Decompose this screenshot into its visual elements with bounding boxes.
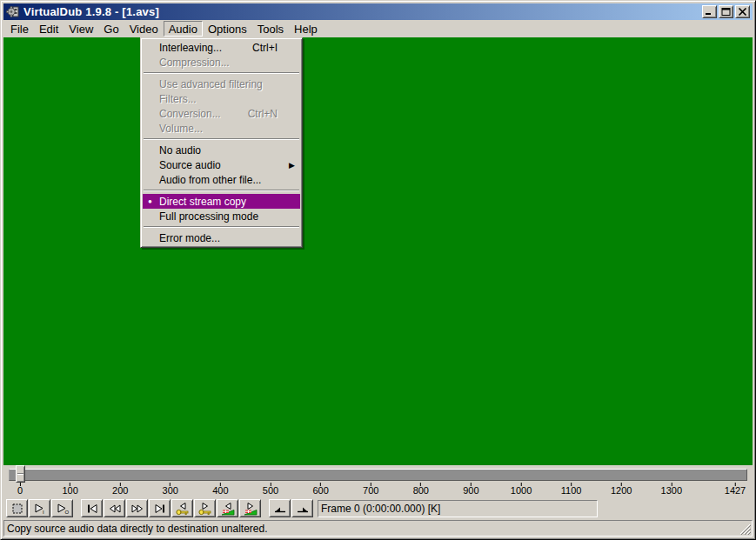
titlebar[interactable]: VirtualDub 1.9.8 - [1.avs]: [3, 3, 753, 20]
menu-item-label: No audio: [159, 144, 201, 157]
mark-in-button[interactable]: [269, 499, 291, 517]
ruler-tick: 1100: [561, 483, 582, 496]
menu-item-filters: Filters...: [143, 91, 300, 106]
menu-item-no-audio[interactable]: No audio: [143, 143, 300, 157]
close-button[interactable]: [735, 5, 750, 18]
menu-item-compression: Compression...: [143, 55, 300, 70]
menu-item-label: Interleaving...: [159, 42, 222, 54]
menu-edit[interactable]: Edit: [34, 21, 64, 37]
svg-text:I: I: [43, 510, 44, 515]
menu-item-label: Error mode...: [159, 232, 220, 244]
tick-label: 1200: [611, 486, 632, 496]
ruler-tick: 100: [62, 483, 77, 496]
frame-info-text: Frame 0 (0:00:00.000) [K]: [321, 503, 440, 515]
forward-button[interactable]: [126, 499, 148, 517]
go-to-start-button[interactable]: [81, 499, 103, 517]
tick-label: 400: [212, 486, 228, 496]
play-input-button[interactable]: I: [29, 499, 50, 517]
menu-item-volume: Volume...: [143, 121, 300, 136]
go-to-end-button[interactable]: [149, 499, 171, 517]
scene-forward-button[interactable]: [239, 499, 261, 517]
minimize-button[interactable]: [702, 5, 717, 18]
menu-item-error-mode[interactable]: Error mode...: [143, 230, 300, 245]
virtualdub-app-icon: [6, 5, 20, 18]
menu-item-label: Direct stream copy: [159, 196, 246, 208]
tick-label: 600: [312, 486, 328, 496]
stop-button[interactable]: [6, 499, 28, 517]
menu-item-full-processing-mode[interactable]: Full processing mode: [143, 209, 300, 223]
menu-item-shortcut: Ctrl+N: [248, 108, 295, 120]
menu-item-label: Use advanced filtering: [159, 78, 263, 90]
ruler-tick: 1427: [725, 483, 746, 496]
tick-label: 100: [62, 486, 77, 496]
audio-dropdown-menu: Interleaving... Ctrl+I Compression... Us…: [140, 37, 303, 248]
menu-item-label: Volume...: [159, 123, 203, 135]
radio-bullet-icon: ●: [148, 198, 152, 205]
mark-out-button[interactable]: [291, 499, 313, 517]
menu-item-audio-from-other-file[interactable]: Audio from other file...: [143, 172, 300, 187]
ruler-tick: 400: [212, 483, 228, 496]
menu-go[interactable]: Go: [98, 21, 124, 37]
next-keyframe-button[interactable]: [194, 499, 216, 517]
menu-video[interactable]: Video: [124, 21, 164, 37]
scene-reverse-button[interactable]: [217, 499, 238, 517]
tick-label: 1300: [661, 486, 682, 496]
tick-label: 900: [463, 486, 478, 496]
menu-item-direct-stream-copy[interactable]: ● Direct stream copy: [143, 194, 300, 209]
menu-tools[interactable]: Tools: [252, 21, 289, 37]
tick-label: 1000: [511, 486, 532, 496]
submenu-arrow-icon: ▶: [289, 161, 295, 170]
menu-separator: [144, 138, 299, 140]
status-bar: Copy source audio data directly to desti…: [3, 520, 753, 537]
menu-audio[interactable]: Audio: [164, 21, 203, 37]
menu-item-label: Conversion...: [159, 108, 221, 120]
ruler-tick: 600: [312, 483, 328, 496]
menu-item-label: Audio from other file...: [159, 174, 261, 186]
position-slider[interactable]: [3, 465, 753, 483]
menu-item-shortcut: Ctrl+I: [252, 42, 295, 54]
resize-grip-icon[interactable]: [739, 523, 751, 535]
menu-bar: File Edit View Go Video Audio Options To…: [3, 20, 753, 37]
ruler-tick: 1300: [661, 483, 682, 496]
maximize-button[interactable]: [719, 5, 733, 18]
ruler-tick: 200: [112, 483, 128, 496]
menu-separator: [144, 226, 299, 228]
slider-thumb[interactable]: [16, 465, 25, 483]
menu-item-label: Compression...: [159, 57, 230, 69]
ruler-tick: 0: [17, 483, 23, 496]
menu-separator: [144, 72, 299, 74]
menu-help[interactable]: Help: [289, 21, 323, 37]
menu-options[interactable]: Options: [203, 21, 252, 37]
menu-item-interleaving[interactable]: Interleaving... Ctrl+I: [143, 40, 300, 55]
ruler-tick: 1200: [611, 483, 632, 496]
tick-label: 1427: [725, 486, 746, 496]
tick-label: 700: [363, 486, 378, 496]
play-output-button[interactable]: O: [51, 499, 73, 517]
ruler-tick: 1000: [511, 483, 532, 496]
ruler-tick: 300: [163, 483, 178, 496]
transport-toolbar: I O: [3, 497, 753, 520]
status-text: Copy source audio data directly to desti…: [7, 523, 268, 535]
menu-view[interactable]: View: [64, 21, 98, 37]
menu-item-source-audio[interactable]: Source audio ▶: [143, 157, 300, 172]
video-pane: [3, 37, 753, 465]
menu-item-label: Filters...: [159, 93, 197, 105]
tick-label: 1100: [561, 486, 582, 496]
backward-button[interactable]: [104, 499, 125, 517]
previous-keyframe-button[interactable]: [171, 499, 193, 517]
menu-separator: [144, 190, 299, 191]
tick-label: 300: [163, 486, 178, 496]
ruler-tick: 500: [263, 483, 278, 496]
ruler-tick: 700: [363, 483, 378, 496]
tick-label: 200: [112, 486, 128, 496]
ruler-tick: 800: [413, 483, 429, 496]
tick-label: 800: [413, 486, 429, 496]
slider-track[interactable]: [9, 469, 747, 481]
virtualdub-window: VirtualDub 1.9.8 - [1.avs] File Edit Vie…: [0, 0, 756, 540]
window-title: VirtualDub 1.9.8 - [1.avs]: [23, 5, 702, 18]
frame-ruler: 0100200300400500600700800900100011001200…: [20, 483, 735, 497]
svg-text:O: O: [64, 510, 69, 515]
ruler-tick: 900: [463, 483, 478, 496]
tick-label: 0: [17, 486, 23, 496]
menu-file[interactable]: File: [5, 21, 34, 37]
